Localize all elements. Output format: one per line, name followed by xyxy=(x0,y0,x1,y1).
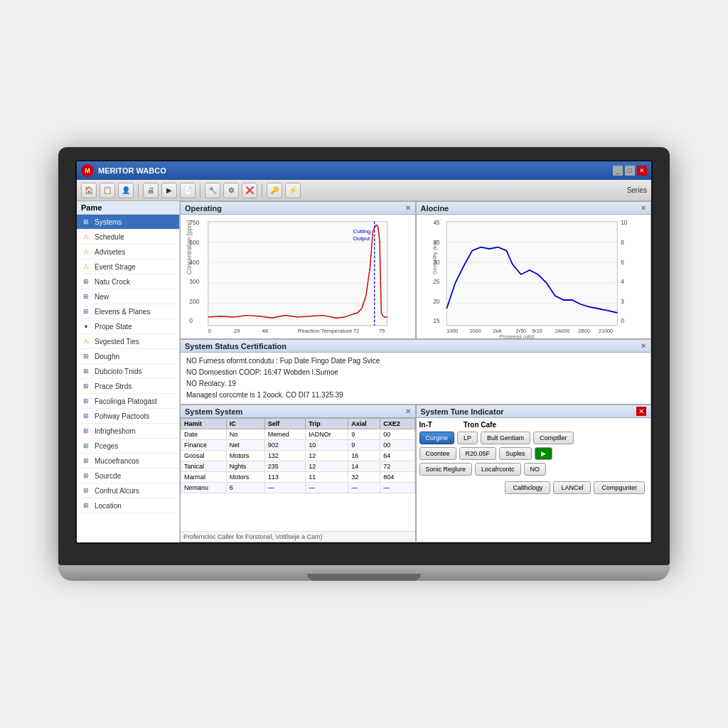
series-label: Series xyxy=(627,186,647,194)
sidebar-item-svgested[interactable]: ⚠ Svgested Ties xyxy=(77,334,179,349)
table-scroll[interactable]: Hamit IC Self Trip Axial CXE2 xyxy=(181,418,415,531)
status-line-1: NO Furness oformt.condutu : Fup Date Fin… xyxy=(186,355,645,367)
panel-system-system: System System ✕ Hamit IC Self xyxy=(180,405,416,542)
toolbar-run[interactable]: ▶ xyxy=(161,183,177,198)
sidebar-item-natu[interactable]: ⊞ Natu Crock xyxy=(77,274,179,289)
tune-btn-locafrcontc[interactable]: Locafrcontc xyxy=(475,463,521,476)
sidebar-item-location[interactable]: ⊞ Location xyxy=(77,498,179,513)
sidebar-label-systems: Systems xyxy=(95,218,122,226)
tune-btn-sonic[interactable]: Sonic Reglure xyxy=(419,463,473,476)
tune-footer-calthclogy[interactable]: Calthclogy xyxy=(505,481,550,494)
close-button[interactable]: ✕ xyxy=(637,166,647,176)
svg-text:Cutting: Cutting xyxy=(353,228,371,235)
svg-text:Concentration (ppm): Concentration (ppm) xyxy=(186,220,193,274)
minimize-button[interactable]: _ xyxy=(613,166,623,176)
toolbar-power[interactable]: ⚡ xyxy=(285,183,301,198)
panels-area: Operating ✕ 750 600 400 300 xyxy=(180,201,651,542)
tune-footer-compgunter[interactable]: Compgunter xyxy=(594,481,645,494)
sidebar-item-pceges[interactable]: ⊞ Pceges xyxy=(77,439,179,454)
panel-operating-title: Operating xyxy=(185,204,222,213)
pceges-icon: ⊞ xyxy=(81,441,91,451)
svg-text:6: 6 xyxy=(621,259,624,266)
panel-operating-content: 750 600 400 300 200 0 Concentration (ppm… xyxy=(181,215,415,338)
sidebar-item-schedule[interactable]: ⚠ Schedule xyxy=(77,230,179,245)
panel-status-close[interactable]: ✕ xyxy=(641,342,646,350)
panel-operating-close[interactable]: ✕ xyxy=(405,204,411,212)
panel-table-header: System System ✕ xyxy=(181,405,415,418)
sidebar-item-doughn[interactable]: ⊞ Doughn xyxy=(77,349,179,364)
tune-row-labels: In-T Tron Cafe xyxy=(419,421,648,429)
sidebar-item-prace[interactable]: ⊞ Prace Strds xyxy=(77,379,179,394)
sidebar-item-new[interactable]: ⊞ New xyxy=(77,289,179,304)
toolbar-settings[interactable]: ⚙ xyxy=(223,183,239,198)
tune-btn-no[interactable]: NO xyxy=(524,463,547,476)
sidebar-label-prope: Prope State xyxy=(95,323,132,331)
toolbar-home[interactable]: 🏠 xyxy=(81,183,97,198)
dubcioto-icon: ⊞ xyxy=(81,366,91,376)
sidebar-item-dubcioto[interactable]: ⊞ Dubcioto Tnids xyxy=(77,364,179,379)
tune-label-tron: Tron Cafe xyxy=(464,421,496,429)
tune-btn-bult[interactable]: Bult Gentiam xyxy=(481,432,530,444)
sidebar-label-pceges: Pceges xyxy=(95,442,118,450)
title-bar: M MERITOR WABCO _ □ ✕ xyxy=(77,161,651,180)
sidebar-item-infrig[interactable]: ⊞ Infrigheshom xyxy=(77,424,179,439)
sidebar-label-natu: Natu Crock xyxy=(95,278,130,286)
panel-alocine-close[interactable]: ✕ xyxy=(641,204,646,212)
tune-btn-comptller[interactable]: Comptller xyxy=(533,432,574,444)
tune-content: In-T Tron Cafe Curgine LP Bult Gentiam C… xyxy=(417,418,651,500)
status-line-3: NO Reolacy. 19 xyxy=(186,378,645,390)
tune-btn-lp[interactable]: LP xyxy=(457,432,478,444)
sidebar-item-event[interactable]: ⚠ Event Strage xyxy=(77,259,179,274)
tune-btn-curgine[interactable]: Curgine xyxy=(419,432,455,444)
sidebar-label-dubcioto: Dubcioto Tnids xyxy=(95,368,142,375)
panel-table-close[interactable]: ✕ xyxy=(405,407,411,415)
maximize-button[interactable]: □ xyxy=(625,166,635,176)
natu-icon: ⊞ xyxy=(81,277,91,287)
tune-btn-r20[interactable]: R20.05F xyxy=(459,447,497,460)
new-icon: ⊞ xyxy=(81,291,91,301)
sidebar-item-systems[interactable]: ⊞ Systems xyxy=(77,215,179,230)
tune-label-id: In-T xyxy=(419,421,432,429)
panel-tune-close[interactable]: ✕ xyxy=(636,407,646,416)
svg-text:75: 75 xyxy=(379,328,385,334)
sidebar-item-advisetes[interactable]: ⚠ Advisetes xyxy=(77,245,179,259)
table-note: Proferncloc Caller for Forstonel, Vottls… xyxy=(181,531,415,542)
sidebar-label-event: Event Strage xyxy=(95,263,136,271)
toolbar-print[interactable]: 🖨 xyxy=(143,183,159,198)
toolbar-key[interactable]: 🔑 xyxy=(267,183,282,198)
sidebar-item-confrut[interactable]: ⊞ Confrut Alcurs xyxy=(77,483,179,498)
tune-row-3: Sonic Reglure Locafrcontc NO xyxy=(419,463,648,476)
sidebar-item-facolinga[interactable]: ⊞ Facolinga Platogast xyxy=(77,394,179,409)
svg-text:Output: Output xyxy=(353,235,370,242)
tune-footer-cancel[interactable]: LANCel xyxy=(553,481,591,494)
panel-alocine-header: Alocine ✕ xyxy=(417,202,651,215)
toolbar-list[interactable]: 📋 xyxy=(100,183,115,198)
sidebar-header: Pame xyxy=(77,201,179,215)
sidebar-item-muco[interactable]: ⊞ Mucoefrancos xyxy=(77,454,179,469)
panel-alocine-content: 45 40 30 25 20 15 10 8 6 xyxy=(417,215,651,338)
sidebar-item-prope[interactable]: ● Prope State xyxy=(77,319,179,334)
toolbar-doc[interactable]: 📄 xyxy=(180,183,196,198)
sourcde-icon: ⊞ xyxy=(81,471,91,481)
panel-table-title: System System xyxy=(185,407,242,416)
location-icon: ⊞ xyxy=(81,500,91,510)
sidebar-item-elevens[interactable]: ⊞ Elevens & Planes xyxy=(77,304,179,319)
app-title: MERITOR WABCO xyxy=(98,166,609,175)
tune-btn-suples[interactable]: Suples xyxy=(499,447,532,460)
tune-btn-coontee[interactable]: Coontee xyxy=(419,447,456,460)
panel-system-status: System Status Certification ✕ NO Furness… xyxy=(180,339,651,405)
col-hamit: Hamit xyxy=(181,419,227,429)
sidebar-item-sourcde[interactable]: ⊞ Sourcde xyxy=(77,469,179,483)
panel-status-content: NO Furness oformt.condutu : Fup Date Fin… xyxy=(181,353,651,404)
toolbar-close[interactable]: ❌ xyxy=(242,183,257,198)
laptop-base xyxy=(58,565,670,581)
sidebar-item-pohway[interactable]: ⊞ Pohway Pactoots xyxy=(77,409,179,424)
toolbar-user[interactable]: 👤 xyxy=(118,183,134,198)
tune-btn-green[interactable]: ▶ xyxy=(535,447,552,460)
pohway-icon: ⊞ xyxy=(81,411,91,421)
sidebar-label-new: New xyxy=(95,293,109,301)
toolbar-tools[interactable]: 🔧 xyxy=(205,183,220,198)
sidebar-label-confrut: Confrut Alcurs xyxy=(95,487,139,495)
panel-operating: Operating ✕ 750 600 400 300 xyxy=(180,201,416,339)
col-cxe2: CXE2 xyxy=(380,419,414,429)
